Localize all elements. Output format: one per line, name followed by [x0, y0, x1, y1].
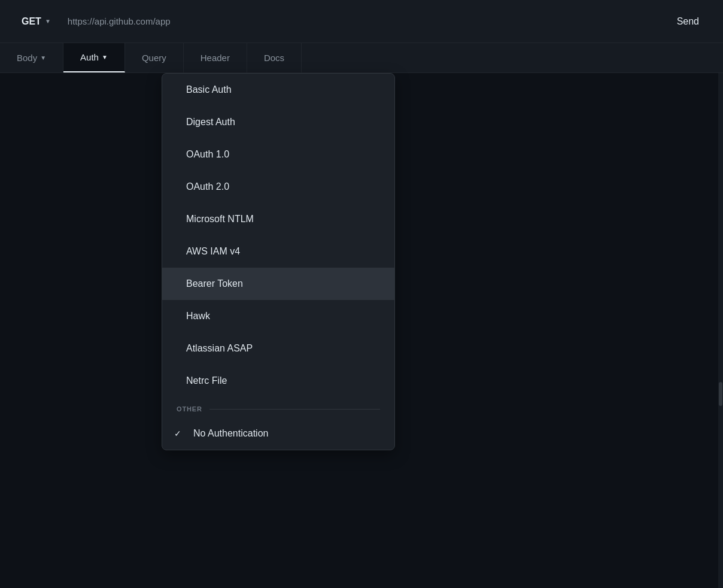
tab-header[interactable]: Header [184, 43, 247, 72]
dropdown-label-no-auth: No Authentication [193, 428, 268, 439]
divider-line [209, 409, 380, 410]
dropdown-label-aws-iam: AWS IAM v4 [186, 246, 240, 257]
main-content: Basic Auth Digest Auth OAuth 1.0 OAuth 2… [0, 73, 723, 588]
no-auth-checkmark: ✓ [174, 429, 186, 438]
dropdown-label-netrc-file: Netrc File [186, 375, 227, 386]
method-chevron: ▼ [45, 18, 51, 25]
dropdown-item-digest-auth[interactable]: Digest Auth [162, 106, 394, 138]
dropdown-label-bearer-token: Bearer Token [186, 278, 243, 289]
send-button[interactable]: Send [667, 11, 709, 32]
other-section-label: OTHER [177, 405, 202, 413]
tab-auth-chevron: ▼ [102, 54, 108, 60]
dropdown-label-basic-auth: Basic Auth [186, 84, 232, 95]
dropdown-item-atlassian-asap[interactable]: Atlassian ASAP [162, 332, 394, 365]
method-selector[interactable]: GET ▼ [14, 11, 58, 32]
tab-query-label: Query [142, 53, 166, 63]
dropdown-label-atlassian-asap: Atlassian ASAP [186, 343, 253, 354]
dropdown-label-oauth2: OAuth 2.0 [186, 181, 229, 192]
scrollbar-thumb [719, 382, 722, 406]
dropdown-item-bearer-token[interactable]: Bearer Token [162, 268, 394, 300]
scrollbar-track[interactable] [718, 73, 723, 588]
tab-body-chevron: ▼ [40, 54, 46, 61]
dropdown-item-netrc-file[interactable]: Netrc File [162, 365, 394, 397]
tab-body-label: Body [17, 53, 37, 63]
dropdown-item-oauth2[interactable]: OAuth 2.0 [162, 171, 394, 203]
tab-auth-label: Auth [80, 52, 99, 62]
top-bar: GET ▼ https://api.github.com/app Send [0, 0, 723, 43]
tab-body[interactable]: Body ▼ [0, 43, 63, 72]
tabs-bar: Body ▼ Auth ▼ Query Header Docs [0, 43, 723, 73]
tab-docs[interactable]: Docs [247, 43, 302, 72]
tab-docs-label: Docs [264, 53, 284, 63]
other-section-divider: OTHER [162, 397, 394, 417]
tab-query[interactable]: Query [125, 43, 184, 72]
url-bar[interactable]: https://api.github.com/app [68, 16, 658, 26]
tab-header-label: Header [201, 53, 230, 63]
dropdown-item-oauth1[interactable]: OAuth 1.0 [162, 138, 394, 171]
dropdown-item-aws-iam[interactable]: AWS IAM v4 [162, 235, 394, 268]
dropdown-label-oauth1: OAuth 1.0 [186, 149, 229, 160]
dropdown-item-no-auth[interactable]: ✓ No Authentication [162, 417, 394, 450]
tab-auth[interactable]: Auth ▼ [63, 43, 125, 72]
dropdown-item-hawk[interactable]: Hawk [162, 300, 394, 332]
dropdown-label-hawk: Hawk [186, 311, 210, 322]
method-label: GET [22, 16, 41, 27]
auth-dropdown: Basic Auth Digest Auth OAuth 1.0 OAuth 2… [162, 73, 395, 450]
dropdown-label-microsoft-ntlm: Microsoft NTLM [186, 214, 254, 225]
dropdown-label-digest-auth: Digest Auth [186, 117, 235, 128]
dropdown-item-basic-auth[interactable]: Basic Auth [162, 74, 394, 106]
dropdown-item-microsoft-ntlm[interactable]: Microsoft NTLM [162, 203, 394, 235]
